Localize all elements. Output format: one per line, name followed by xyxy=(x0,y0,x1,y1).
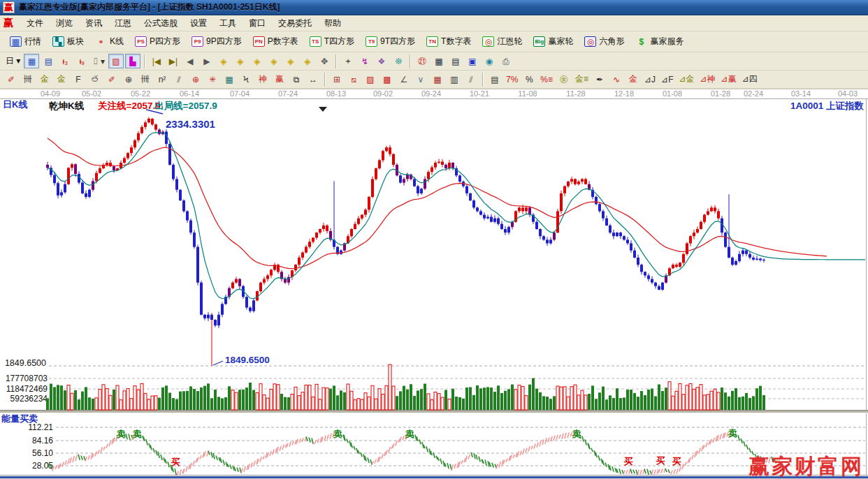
spiral-tool[interactable]: త xyxy=(87,72,103,87)
kline-button[interactable]: ᵻᵻK线 xyxy=(89,33,129,50)
print-button[interactable]: ⎙ xyxy=(498,54,514,68)
gann-wheel-button[interactable]: ◎江恩轮 xyxy=(477,33,528,50)
swing-tool[interactable]: Ϟ xyxy=(238,72,254,87)
shift-right-diamond-button[interactable]: ◈ xyxy=(233,54,248,68)
percent-tool[interactable]: % xyxy=(521,72,537,87)
square-grid-tool[interactable]: ▦ xyxy=(430,72,445,87)
measure-ruler-tool[interactable]: ⧉ xyxy=(289,72,304,87)
si-angle-tool[interactable]: ⊿四 xyxy=(740,72,760,87)
menu-item-9[interactable]: 帮助 xyxy=(318,15,347,31)
volume-profile-icon[interactable]: ▙ xyxy=(125,54,140,68)
gold-circle-tool[interactable]: ㊎ xyxy=(556,72,572,87)
9p-square-button[interactable]: P99P四方形 xyxy=(186,33,247,50)
shift-left-diamond-button[interactable]: ◈ xyxy=(216,54,231,68)
gold-grid-tool[interactable]: 金 xyxy=(54,72,69,87)
winner-service-button[interactable]: $赢家服务 xyxy=(630,33,689,50)
menu-item-7[interactable]: 窗口 xyxy=(243,15,272,31)
info-panel-icon[interactable]: ▤ xyxy=(41,54,56,68)
menu-item-2[interactable]: 资讯 xyxy=(79,15,108,31)
parallel-lines-tool[interactable]: ⫽ xyxy=(463,72,479,87)
seven-percent-tool[interactable]: 7% xyxy=(504,72,520,87)
wave-tool[interactable]: ∿ xyxy=(609,72,624,87)
circle-cross-tool[interactable]: ⊕ xyxy=(188,72,203,87)
angle-mirror-tool[interactable]: ⫽ xyxy=(171,72,187,87)
grid-target-tool[interactable]: ▦ xyxy=(222,72,237,87)
gann-fan-tool[interactable]: ⧅ xyxy=(346,72,361,87)
ying-tool[interactable]: 赢 xyxy=(272,72,287,87)
menu-item-4[interactable]: 公式选股 xyxy=(138,15,184,31)
crosshair-button[interactable]: ＋ xyxy=(340,54,356,68)
n-square-tool[interactable]: n² xyxy=(154,72,170,87)
quotes-button[interactable]: ▦行情 xyxy=(4,33,47,50)
t-square-button[interactable]: TST四方形 xyxy=(304,33,360,50)
chip-distribution-icon[interactable]: ▧ xyxy=(108,54,124,68)
gann-tools-button[interactable]: ❖ xyxy=(374,54,389,68)
kline-chart-svg[interactable]: 04-0905-0205-2206-1407-0407-2408-1309-02… xyxy=(0,89,868,479)
gold-lines-tool[interactable]: 金≡ xyxy=(573,72,591,87)
dense-grid-tool[interactable]: ▥ xyxy=(447,72,462,87)
menu-item-3[interactable]: 江恩 xyxy=(108,15,138,31)
menu-item-0[interactable]: 文件 xyxy=(20,15,50,31)
expand-h-diamond-button[interactable]: ◈ xyxy=(249,54,265,68)
t-number-table-button[interactable]: TNT数字表 xyxy=(421,33,477,50)
candle-style-dropdown[interactable]: ⌷ ▾ xyxy=(91,54,107,68)
menu-item-8[interactable]: 交易委托 xyxy=(272,15,318,31)
shen-tool[interactable]: 神 xyxy=(255,72,270,87)
calculator-button[interactable]: ▦ xyxy=(431,54,447,68)
percent-lines-tool[interactable]: %≡ xyxy=(538,72,555,87)
gold-level-tool[interactable]: 金 xyxy=(625,72,641,87)
next-bar-button[interactable]: ▶ xyxy=(199,54,215,68)
period-day-dropdown[interactable]: 日 ▾ xyxy=(3,54,22,68)
qiankun-kline-toggle-icon[interactable]: ▦ xyxy=(24,54,39,68)
angle-lines-tool[interactable]: ∠ xyxy=(396,72,412,87)
smart-analysis-button[interactable]: ❊ xyxy=(391,54,406,68)
p-square-button[interactable]: PSP四方形 xyxy=(129,33,186,50)
compress-v-diamond-button[interactable]: ◈ xyxy=(300,54,315,68)
box-frame-tool[interactable]: ⊞ xyxy=(329,72,345,87)
candle-body xyxy=(595,197,598,204)
p-number-table-button[interactable]: PNP数字表 xyxy=(247,33,304,50)
expand-v-diamond-button[interactable]: ◈ xyxy=(283,54,298,68)
save-button[interactable]: ▣ xyxy=(465,54,480,68)
prev-bar-button[interactable]: ◀ xyxy=(182,54,198,68)
last-bar-button[interactable]: ▶| xyxy=(166,54,181,68)
ying-angle-tool[interactable]: ⊿赢 xyxy=(719,72,739,87)
compress-h-diamond-button[interactable]: ◈ xyxy=(266,54,282,68)
first-bar-button[interactable]: |◀ xyxy=(149,54,164,68)
kline-3-icon[interactable]: ᵻ₃ xyxy=(57,54,73,68)
spider-web-tool[interactable]: ✳ xyxy=(205,72,220,87)
menu-item-1[interactable]: 浏览 xyxy=(50,15,79,31)
9t-square-button[interactable]: T99T四方形 xyxy=(360,33,421,50)
width-measure-tool[interactable]: ↔ xyxy=(305,72,321,87)
volume-bar-up xyxy=(514,390,517,410)
grid-fan-tool[interactable]: ▨ xyxy=(363,72,378,87)
j-angle-tool[interactable]: ⊿J xyxy=(642,72,658,87)
kline-9-icon[interactable]: ᵻ₉ xyxy=(74,54,89,68)
brush-tool[interactable]: ✐ xyxy=(104,72,120,87)
gold-angle-tool[interactable]: ⊿金 xyxy=(677,72,696,87)
gann-circle-tool[interactable]: ⊕ xyxy=(121,72,136,87)
sectors-button[interactable]: ▚板块 xyxy=(47,33,89,50)
v-lines-tool[interactable]: ∨ xyxy=(413,72,428,87)
winner-wheel-button[interactable]: Big赢家轮 xyxy=(528,33,579,50)
zoom-tool-button[interactable]: ↯ xyxy=(357,54,372,68)
price-grid-tool[interactable]: 卌 xyxy=(20,72,36,87)
fibonacci-tool[interactable]: F xyxy=(71,72,86,87)
ruler-grid-tool[interactable]: 卌 xyxy=(138,72,153,87)
pan-hand-button[interactable]: ✥ xyxy=(317,54,332,68)
letter-box-icon: T9 xyxy=(366,36,377,47)
shen-angle-tool[interactable]: ⊿神 xyxy=(698,72,718,87)
notes-button[interactable]: ▤ xyxy=(448,54,463,68)
menu-item-6[interactable]: 工具 xyxy=(213,15,243,31)
gold-ratio-tool[interactable]: 金 xyxy=(37,72,52,87)
draw-pen-tool[interactable]: ✐ xyxy=(3,72,19,87)
menu-item-5[interactable]: 设置 xyxy=(184,15,213,31)
calendar-21-button[interactable]: ㉑ xyxy=(414,54,430,68)
web-fan-tool[interactable]: ▩ xyxy=(379,72,395,87)
web-link-button[interactable]: ◉ xyxy=(482,54,497,68)
bar-scale-tool[interactable]: ▤ xyxy=(487,72,502,87)
hexagon-button[interactable]: ◎六角形 xyxy=(579,33,630,50)
f-angle-tool[interactable]: ⊿F xyxy=(659,72,675,87)
chart-area[interactable]: 04-0905-0205-2206-1407-0407-2408-1309-02… xyxy=(0,89,868,479)
ink-pen-tool[interactable]: ✒ xyxy=(592,72,607,87)
